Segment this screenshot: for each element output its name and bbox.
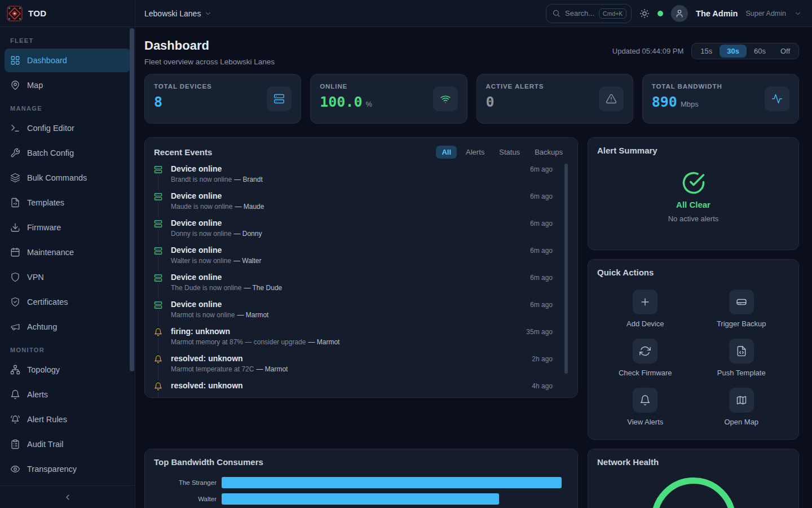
- sidebar-collapse-button[interactable]: [0, 485, 135, 508]
- sidebar-scrollbar-thumb[interactable]: [130, 28, 134, 371]
- bandwidth-device-label: The Stranger: [154, 479, 217, 486]
- event-row[interactable]: Device online6m ago Walter is now online…: [154, 244, 568, 271]
- theme-toggle-sun-icon[interactable]: [639, 8, 650, 19]
- avatar[interactable]: [671, 5, 688, 22]
- sidebar-item-label: Topology: [27, 365, 60, 374]
- quick-action-label: Push Template: [717, 369, 766, 377]
- sidebar-item-label: Transparency: [27, 465, 77, 474]
- event-title: Device online: [171, 191, 222, 200]
- events-scrollbar-thumb[interactable]: [564, 164, 568, 374]
- sidebar-item-transparency[interactable]: Transparency: [5, 457, 130, 481]
- event-subtitle: Donny is now online: [171, 230, 231, 238]
- section-label-monitor: MONITOR: [10, 347, 130, 353]
- event-row[interactable]: Device online6m ago Donny is now online—…: [154, 217, 568, 244]
- quick-action-label: Add Device: [626, 319, 664, 328]
- chevron-left-icon: [63, 493, 72, 502]
- stat-label: ONLINE: [320, 83, 372, 90]
- search-shortcut-badge: Cmd+K: [599, 8, 626, 19]
- network-health-title: Network Health: [597, 457, 659, 467]
- fleet-selector[interactable]: Lebowski Lanes: [144, 9, 212, 18]
- sidebar-item-templates[interactable]: Templates: [5, 191, 130, 214]
- bandwidth-panel: Top Bandwidth Consumers The Stranger Wal…: [144, 449, 578, 508]
- user-icon: [675, 9, 684, 18]
- right-column: Alert Summary All Clear No active alerts…: [588, 137, 799, 440]
- section-label-manage: MANAGE: [10, 105, 130, 112]
- event-row[interactable]: Device online6m ago Marmot is now online…: [154, 299, 568, 326]
- tab-backups[interactable]: Backups: [529, 146, 568, 159]
- event-row[interactable]: resolved: unknown4h ago: [154, 380, 568, 398]
- sidebar-item-label: VPN: [27, 273, 44, 282]
- megaphone-icon: [10, 322, 20, 332]
- network-health-gauge: 100: [651, 478, 736, 508]
- refresh-option-off[interactable]: Off: [773, 45, 797, 58]
- open-map-button[interactable]: Open Map: [694, 388, 790, 426]
- stat-unit: Mbps: [681, 100, 699, 108]
- connection-status-dot: [657, 11, 663, 16]
- sidebar-item-alerts[interactable]: Alerts: [5, 383, 130, 406]
- sidebar-item-label: Bulk Commands: [27, 173, 87, 182]
- map-icon: [729, 388, 754, 413]
- refresh-option-60s[interactable]: 60s: [747, 45, 773, 58]
- bandwidth-bar: [222, 477, 562, 488]
- terminal-icon: [10, 123, 20, 133]
- sidebar: FLEET Dashboard Map MANAGE Config Editor…: [0, 27, 135, 508]
- quick-actions-panel: Quick Actions Add Device Trigger Backup: [588, 259, 799, 440]
- sidebar-item-maintenance[interactable]: Maintenance: [5, 240, 130, 264]
- event-row[interactable]: Device online6m ago Maude is now online—…: [154, 190, 568, 217]
- file-code-icon: [729, 339, 754, 364]
- stat-card-total-bandwidth: TOTAL BANDWIDTH 890Mbps: [642, 74, 799, 124]
- fleet-selector-label: Lebowski Lanes: [144, 9, 201, 18]
- event-device: — Maude: [235, 203, 264, 211]
- trigger-backup-button[interactable]: Trigger Backup: [694, 290, 790, 328]
- event-row[interactable]: Device online6m ago Brandt is now online…: [154, 163, 568, 190]
- topbar: TOD Lebowski Lanes Search... Cmd+K The A…: [0, 0, 812, 27]
- quick-action-label: Open Map: [724, 418, 758, 426]
- sidebar-item-alert-rules[interactable]: Alert Rules: [5, 408, 130, 431]
- sidebar-item-audit-trail[interactable]: Audit Trail: [5, 432, 130, 456]
- check-firmware-button[interactable]: Check Firmware: [597, 339, 694, 377]
- tab-alerts[interactable]: Alerts: [460, 146, 490, 159]
- tab-all[interactable]: All: [436, 146, 457, 159]
- sidebar-item-map[interactable]: Map: [5, 73, 130, 97]
- file-icon: [10, 198, 20, 208]
- bandwidth-bar: [222, 493, 499, 505]
- view-alerts-button[interactable]: View Alerts: [597, 388, 694, 426]
- event-row[interactable]: firing: unknown35m ago Marmot memory at …: [154, 326, 568, 353]
- sidebar-item-dashboard[interactable]: Dashboard: [5, 49, 130, 72]
- map-pin-icon: [10, 80, 20, 90]
- sidebar-item-achtung[interactable]: Achtung: [5, 315, 130, 339]
- sidebar-item-topology[interactable]: Topology: [5, 358, 130, 382]
- stat-cards: TOTAL DEVICES 8 ONLINE 100.0%: [144, 74, 799, 124]
- user-menu-chevron-icon[interactable]: [794, 10, 802, 17]
- refresh-option-15s[interactable]: 15s: [693, 45, 720, 58]
- add-device-button[interactable]: Add Device: [597, 290, 694, 328]
- event-device: — Marmot: [237, 311, 268, 319]
- event-row[interactable]: resolved: unknown2h ago Marmot temperatu…: [154, 353, 568, 380]
- sidebar-item-label: Alerts: [27, 390, 48, 399]
- clipboard-list-icon: [10, 439, 20, 449]
- event-time: 6m ago: [530, 247, 568, 255]
- event-time: 6m ago: [530, 165, 568, 173]
- sidebar-item-vpn[interactable]: VPN: [5, 265, 130, 289]
- event-time: 6m ago: [530, 192, 568, 200]
- sidebar-item-config-editor[interactable]: Config Editor: [5, 116, 130, 140]
- bell-icon: [154, 380, 162, 392]
- tab-status[interactable]: Status: [493, 146, 526, 159]
- stat-card-total-devices: TOTAL DEVICES 8: [144, 74, 301, 124]
- event-row[interactable]: Device online6m ago The Dude is now onli…: [154, 271, 568, 299]
- sidebar-item-firmware[interactable]: Firmware: [5, 216, 130, 239]
- sidebar-item-batch-config[interactable]: Batch Config: [5, 141, 130, 165]
- sidebar-item-bulk-commands[interactable]: Bulk Commands: [5, 166, 130, 190]
- push-template-button[interactable]: Push Template: [694, 339, 790, 377]
- sidebar-item-certificates[interactable]: Certificates: [5, 290, 130, 314]
- stat-label: ACTIVE ALERTS: [486, 83, 544, 90]
- bandwidth-title: Top Bandwidth Consumers: [154, 457, 263, 467]
- server-icon: [154, 299, 162, 311]
- shield-icon: [10, 272, 20, 282]
- refresh-option-30s[interactable]: 30s: [720, 45, 747, 58]
- stat-value: 890: [652, 95, 677, 109]
- sidebar-item-label: Firmware: [27, 223, 61, 232]
- bell-ring-icon: [10, 414, 20, 424]
- search-input[interactable]: Search... Cmd+K: [546, 4, 632, 23]
- sidebar-item-label: Alert Rules: [27, 415, 67, 424]
